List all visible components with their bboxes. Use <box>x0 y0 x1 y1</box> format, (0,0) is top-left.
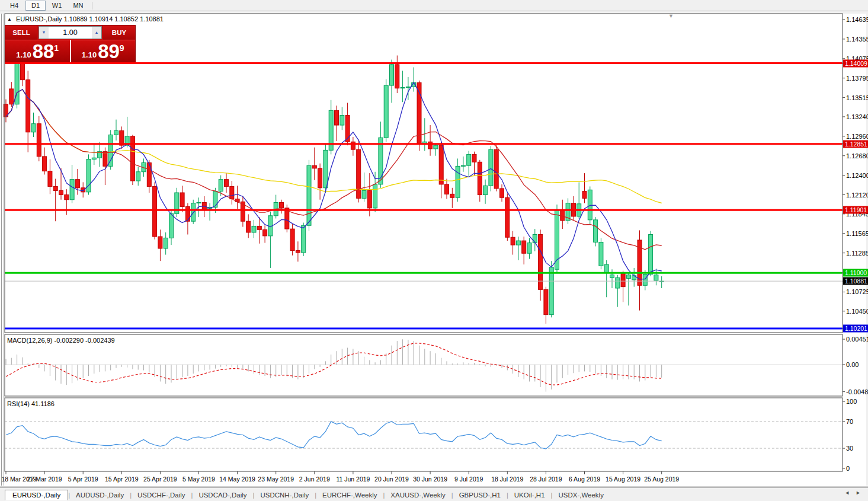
chart-tab-gbpusd-h1[interactable]: GBPUSD-,H1 <box>453 490 507 500</box>
chart-tab-usdx-weekly[interactable]: USDX-,Weekly <box>552 490 609 500</box>
one-click-trade-panel: SELL ▼ ▲ BUY 1.10 88 1 1.10 89 9 <box>5 25 136 62</box>
rsi-pane-content <box>5 422 843 449</box>
volume-increase-icon[interactable]: ▲ <box>92 27 101 39</box>
tab-scroll-left-icon[interactable]: ◄ <box>844 490 850 496</box>
chart-shift-marker-icon[interactable]: ▼ <box>668 13 674 19</box>
buy-price-prefix: 1.10 <box>82 50 97 59</box>
buy-price-big: 89 <box>98 43 120 60</box>
buy-price-panel[interactable]: 1.10 89 9 <box>71 40 136 62</box>
candlesticks <box>4 30 664 324</box>
chart-tab-usdchf-daily[interactable]: USDCHF-,Daily <box>132 490 191 500</box>
chart-tab-ukoil-h1[interactable]: UKOil-,H1 <box>508 490 551 500</box>
volume-input[interactable] <box>49 27 92 39</box>
chart-tab-xauusd-weekly[interactable]: XAUUSD-,Weekly <box>385 490 451 500</box>
moving-average-lines <box>6 82 662 279</box>
chart-tab-usdcad-daily[interactable]: USDCAD-,Daily <box>193 490 252 500</box>
trade-panel-toggle-icon[interactable]: ▲ <box>7 17 12 22</box>
chart-symbol-label: EURUSD-,Daily <box>16 15 62 23</box>
trading-terminal-window: H4D1W1MN ▲ EURUSD-,Daily 1.10889 1.10914… <box>0 0 868 501</box>
chart-ohlc-values: 1.10889 1.10914 1.10852 1.10881 <box>64 15 164 23</box>
chart-canvas[interactable] <box>0 0 868 501</box>
sell-price-prefix: 1.10 <box>16 50 31 59</box>
volume-decrease-icon[interactable]: ▼ <box>39 27 49 39</box>
chart-tab-bar: EURUSD-,Daily|AUDUSD-,Daily|USDCHF-,Dail… <box>0 487 868 501</box>
tab-scroll-arrows: ◄ ► <box>844 490 861 496</box>
chart-title: ▲ EURUSD-,Daily 1.10889 1.10914 1.10852 … <box>7 15 164 23</box>
pane-frames <box>5 14 843 471</box>
sell-price-big: 88 <box>33 43 55 60</box>
chart-tab-audusd-daily[interactable]: AUDUSD-,Daily <box>70 490 130 500</box>
chart-tab-usdcnh-daily[interactable]: USDCNH-,Daily <box>254 490 315 500</box>
buy-button[interactable]: BUY <box>103 25 135 40</box>
chart-tab-eurchf-weekly[interactable]: EURCHF-,Weekly <box>316 490 383 500</box>
chart-tab-eurusd-daily[interactable]: EURUSD-,Daily <box>5 490 68 500</box>
sell-price-panel[interactable]: 1.10 88 1 <box>5 40 71 62</box>
axis-tick-marks <box>6 20 845 474</box>
tab-scroll-right-icon[interactable]: ► <box>856 490 861 496</box>
buy-price-pip: 9 <box>120 43 124 53</box>
macd-pane-content <box>5 339 843 391</box>
volume-stepper: ▼ ▲ <box>39 26 102 39</box>
sell-button[interactable]: SELL <box>5 25 37 40</box>
sell-price-pip: 1 <box>54 43 59 53</box>
